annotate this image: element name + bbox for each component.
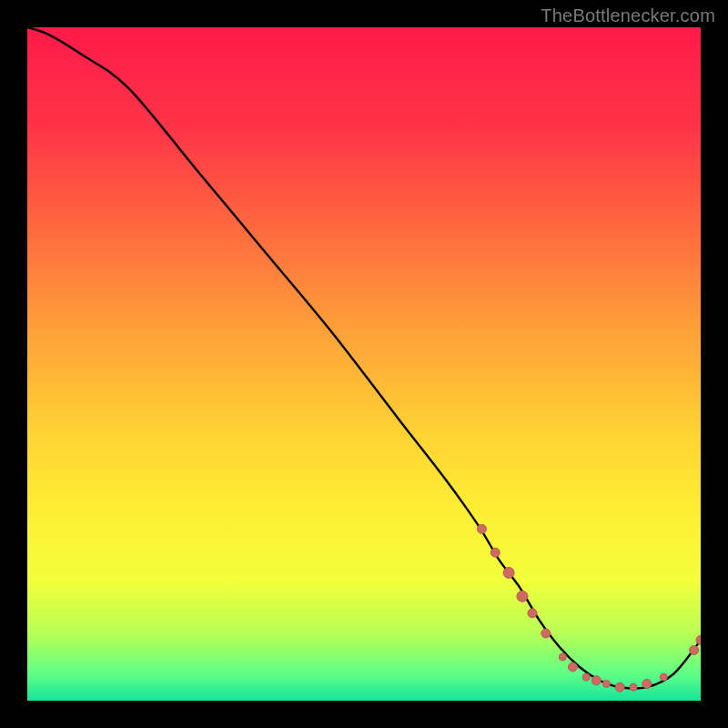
data-marker [660, 673, 667, 681]
plot-frame [27, 27, 701, 701]
data-marker [541, 629, 551, 638]
data-marker [582, 673, 590, 681]
data-marker [568, 662, 577, 672]
data-marker [592, 676, 601, 685]
data-marker [642, 680, 652, 689]
chart-stage: TheBottlenecker.com [0, 0, 728, 728]
watermark-text: TheBottlenecker.com [541, 5, 715, 26]
data-marker [615, 682, 624, 692]
data-marker [690, 646, 699, 655]
data-marker [503, 567, 514, 578]
bottleneck-chart [27, 27, 701, 701]
data-marker [630, 683, 637, 691]
heat-background [27, 27, 701, 701]
data-marker [490, 548, 500, 557]
data-marker [559, 653, 566, 661]
data-marker [517, 591, 528, 602]
data-marker [528, 609, 537, 618]
data-marker [602, 681, 610, 688]
data-marker [478, 524, 487, 533]
